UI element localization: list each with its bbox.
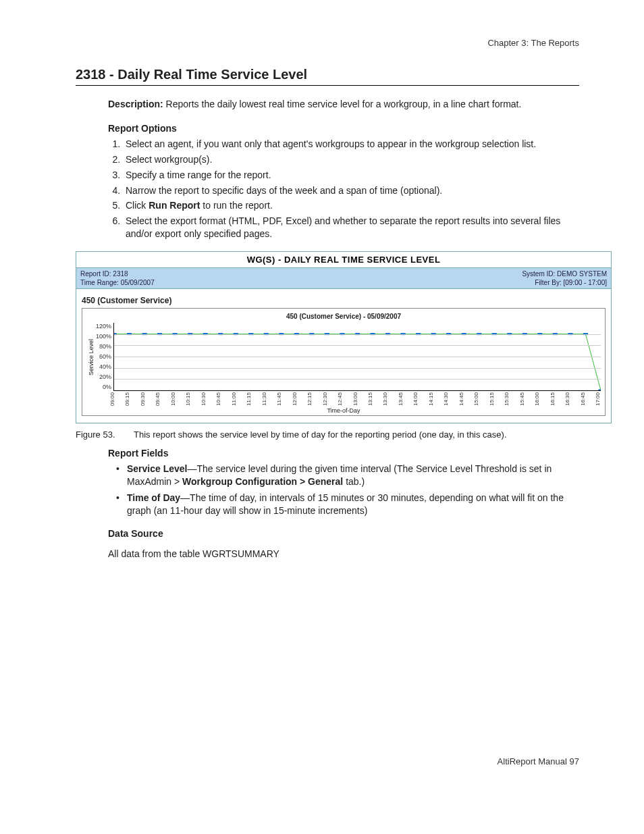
report-option-item: Select the export format (HTML, PDF, Exc… (123, 215, 579, 240)
report-option-item: Click Run Report to run the report. (123, 199, 579, 212)
workgroup-name: 450 (Customer Service) (76, 289, 611, 308)
description-text: Reports the daily lowest real time servi… (163, 99, 522, 109)
report-id: Report ID: 2318 (80, 269, 155, 278)
title-rule (76, 85, 579, 86)
report-fields-heading: Report Fields (108, 448, 579, 459)
report-time-range: Time Range: 05/09/2007 (80, 278, 155, 287)
report-system-id: System ID: DEMO SYSTEM (522, 269, 607, 278)
chart-xlabel: Time-of-Day (86, 407, 601, 414)
report-options-list: Select an agent, if you want only that a… (123, 138, 579, 240)
report-option-item: Narrow the report to specific days of th… (123, 184, 579, 197)
description: Description: Reports the daily lowest re… (108, 98, 579, 111)
report-options-heading: Report Options (108, 123, 579, 134)
figure-caption: Figure 53. This report shows the service… (76, 429, 612, 441)
chart-x-axis: 09:0009:1509:3009:4510:0010:1510:3010:45… (86, 392, 601, 406)
footer-manual: AltiReport Manual (498, 756, 570, 766)
report-meta-bar: Report ID: 2318 Time Range: 05/09/2007 S… (76, 268, 611, 289)
report-title-bar: WG(S) - DAILY REAL TIME SERVICE LEVEL (76, 252, 611, 268)
report-field-item: Service Level—The service level during t… (127, 463, 579, 488)
chart-plot-area (113, 323, 601, 391)
chart-y-axis: 120%100%80%60%40%20%0% (96, 323, 113, 390)
report-option-item: Specify a time range for the report. (123, 169, 579, 182)
report-filter: Filter By: [09:00 - 17:00] (522, 278, 607, 287)
data-source-heading: Data Source (108, 528, 579, 539)
figure-number: Figure 53. (76, 429, 134, 441)
figure-caption-text: This report shows the service level by t… (134, 429, 612, 441)
page-title: 2318 - Daily Real Time Service Level (76, 67, 579, 82)
svg-rect-32 (598, 390, 601, 391)
chart-ylabel: Service Level (86, 323, 96, 391)
chart-title: 450 (Customer Service) - 05/09/2007 (86, 313, 601, 320)
report-screenshot: WG(S) - DAILY REAL TIME SERVICE LEVEL Re… (76, 251, 612, 441)
report-option-item: Select an agent, if you want only that a… (123, 138, 579, 151)
description-label: Description: (108, 99, 163, 109)
data-source-text: All data from the table WGRTSUMMARY (108, 548, 579, 559)
page-footer: AltiReport Manual 97 (498, 756, 579, 766)
report-fields-list: Service Level—The service level during t… (108, 463, 579, 518)
chart-frame: 450 (Customer Service) - 05/09/2007 Serv… (82, 308, 606, 416)
chapter-header: Chapter 3: The Reports (76, 38, 579, 48)
footer-page-number: 97 (570, 756, 579, 766)
report-option-item: Select workgroup(s). (123, 153, 579, 166)
report-field-item: Time of Day—The time of day, in interval… (127, 492, 579, 517)
